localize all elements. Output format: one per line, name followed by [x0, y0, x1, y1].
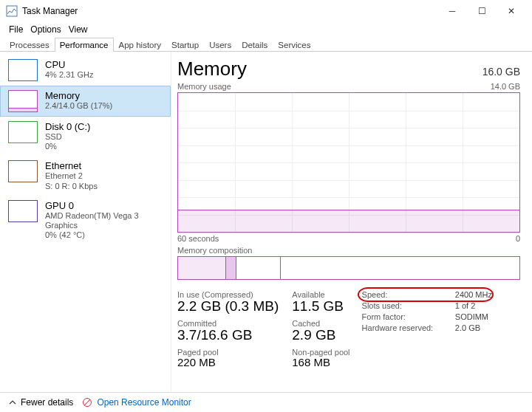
sidebar-disk-title: Disk 0 (C:): [45, 121, 90, 132]
paged-value: 220 MB: [177, 357, 279, 369]
menubar: File Options View: [0, 22, 532, 37]
footer-bar: Fewer details Open Resource Monitor: [0, 392, 532, 412]
stats-right: Speed: 2400 MHz Slots used: 1 of 2 Form …: [362, 290, 502, 368]
tab-app-history[interactable]: App history: [114, 38, 167, 52]
graph-xaxis-right: 0: [516, 234, 520, 243]
paged-label: Paged pool: [177, 348, 279, 357]
window-titlebar: Task Manager ─ ☐ ✕: [0, 0, 532, 22]
slots-label: Slots used:: [362, 301, 443, 310]
graph-xaxis-left: 60 seconds: [177, 234, 219, 243]
sidebar-item-gpu[interactable]: GPU 0 AMD Radeon(TM) Vega 3 Graphics 0% …: [0, 196, 171, 245]
svg-rect-0: [7, 6, 17, 16]
fewer-details-link[interactable]: Fewer details: [21, 397, 73, 408]
performance-sidebar: CPU 4% 2.31 GHz Memory 2.4/14.0 GB (17%)…: [0, 52, 171, 392]
task-manager-icon: [6, 5, 18, 17]
cached-value: 2.9 GB: [292, 328, 349, 343]
resource-monitor-icon: [82, 397, 92, 408]
menu-options[interactable]: Options: [27, 24, 64, 35]
sidebar-memory-title: Memory: [45, 90, 112, 101]
tab-strip: Processes Performance App history Startu…: [0, 37, 532, 52]
graph-top-labels: Memory usage 14.0 GB: [177, 82, 520, 91]
tab-services[interactable]: Services: [273, 38, 316, 52]
nonpaged-value: 168 MB: [292, 357, 349, 369]
reserved-value: 2.0 GB: [455, 323, 502, 332]
sidebar-memory-sub: 2.4/14.0 GB (17%): [45, 101, 112, 111]
tab-processes[interactable]: Processes: [4, 38, 55, 52]
graph-bottom-labels: 60 seconds 0: [177, 234, 520, 243]
close-button[interactable]: ✕: [497, 1, 526, 21]
sidebar-eth-sub1: Ethernet 2: [45, 171, 98, 181]
sidebar-cpu-title: CPU: [45, 59, 93, 70]
sidebar-item-ethernet[interactable]: Ethernet Ethernet 2 S: 0 R: 0 Kbps: [0, 156, 171, 195]
sidebar-item-disk[interactable]: Disk 0 (C:) SSD 0%: [0, 117, 171, 156]
svg-line-2: [84, 399, 90, 405]
window-title: Task Manager: [22, 6, 78, 16]
tab-startup[interactable]: Startup: [166, 38, 204, 52]
stats-left: In use (Compressed) 2.2 GB (0.3 MB) Avai…: [177, 290, 350, 368]
speed-value: 2400 MHz: [455, 290, 502, 299]
committed-value: 3.7/16.6 GB: [177, 328, 279, 343]
sidebar-eth-sub2: S: 0 R: 0 Kbps: [45, 182, 98, 191]
sidebar-item-memory[interactable]: Memory 2.4/14.0 GB (17%): [0, 86, 171, 117]
stats-area: In use (Compressed) 2.2 GB (0.3 MB) Avai…: [177, 290, 520, 368]
sidebar-gpu-sub2: 0% (42 °C): [45, 230, 163, 240]
memory-total: 16.0 GB: [482, 66, 520, 78]
cpu-thumb: [8, 59, 38, 81]
memory-composition-bar: [177, 256, 520, 280]
memory-thumb: [8, 90, 38, 112]
main-header: Memory 16.0 GB: [177, 58, 520, 80]
gpu-thumb: [8, 200, 38, 222]
comp-standby: [236, 257, 281, 279]
minimize-button[interactable]: ─: [437, 1, 467, 21]
form-value: SODIMM: [455, 312, 502, 321]
maximize-button[interactable]: ☐: [467, 1, 497, 21]
tab-performance[interactable]: Performance: [55, 38, 114, 52]
ethernet-thumb: [8, 160, 38, 182]
comp-modified: [226, 257, 236, 279]
tab-users[interactable]: Users: [204, 38, 236, 52]
nonpaged-label: Non-paged pool: [292, 348, 349, 357]
comp-free: [281, 257, 519, 279]
comp-in-use: [178, 257, 226, 279]
content-area: CPU 4% 2.31 GHz Memory 2.4/14.0 GB (17%)…: [0, 52, 532, 392]
graph-usage-label: Memory usage: [177, 82, 231, 91]
reserved-label: Hardware reserved:: [362, 323, 443, 332]
main-panel: Memory 16.0 GB Memory usage 14.0 GB 60 s…: [171, 52, 532, 392]
slots-value: 1 of 2: [455, 301, 502, 310]
sidebar-gpu-title: GPU 0: [45, 200, 163, 211]
form-label: Form factor:: [362, 312, 443, 321]
sidebar-cpu-sub: 4% 2.31 GHz: [45, 70, 93, 80]
composition-label: Memory composition: [177, 246, 520, 255]
disk-thumb: [8, 121, 38, 143]
menu-view[interactable]: View: [66, 24, 91, 35]
sidebar-disk-sub1: SSD: [45, 132, 90, 142]
sidebar-disk-sub2: 0%: [45, 142, 90, 151]
sidebar-gpu-sub1: AMD Radeon(TM) Vega 3 Graphics: [45, 211, 163, 230]
tab-details[interactable]: Details: [236, 38, 273, 52]
in-use-value: 2.2 GB (0.3 MB): [177, 299, 279, 315]
graph-fill: [178, 210, 519, 232]
memory-usage-graph: [177, 92, 520, 233]
open-resource-monitor-link[interactable]: Open Resource Monitor: [97, 397, 191, 408]
window-controls: ─ ☐ ✕: [437, 1, 526, 21]
menu-file[interactable]: File: [6, 24, 26, 35]
sidebar-item-cpu[interactable]: CPU 4% 2.31 GHz: [0, 55, 171, 86]
chevron-up-icon: [9, 399, 16, 406]
speed-label: Speed:: [362, 290, 443, 299]
page-title: Memory: [177, 58, 247, 80]
graph-usage-max: 14.0 GB: [491, 82, 520, 91]
available-value: 11.5 GB: [292, 299, 349, 315]
sidebar-eth-title: Ethernet: [45, 160, 98, 171]
